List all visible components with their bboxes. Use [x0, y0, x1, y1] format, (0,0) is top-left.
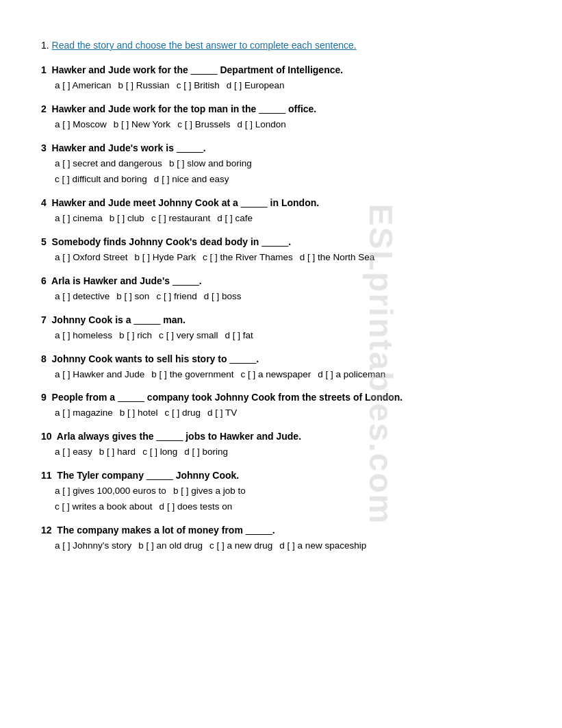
question-text: 9 People from a _____ company took Johnn… [41, 392, 521, 403]
option: a [ ] cinema [55, 211, 103, 227]
option: d [ ] London [237, 117, 285, 133]
question-block: 4 Hawker and Jude meet Johnny Cook at a … [41, 197, 521, 227]
instruction-link[interactable]: Read the story and choose the best answe… [52, 40, 357, 51]
option: d [ ] boss [204, 289, 242, 305]
options-multiline: a [ ] secret and dangerousb [ ] slow and… [55, 156, 521, 188]
option: a [ ] Oxford Street [55, 250, 128, 266]
question-block: 11 The Tyler company _____ Johnny Cook.a… [41, 470, 521, 515]
option: a [ ] gives 100,000 euros to [55, 484, 166, 499]
option: a [ ] American [55, 78, 112, 94]
options-line: a [ ] easyb [ ] hardc [ ] longd [ ] bori… [55, 444, 521, 460]
question-text: 2 Hawker and Jude work for the top man i… [41, 103, 521, 114]
question-block: 3 Hawker and Jude's work is _____.a [ ] … [41, 142, 521, 188]
option: c [ ] difficult and boring [55, 172, 147, 188]
option: b [ ] gives a job to [173, 484, 246, 499]
option: c [ ] friend [156, 289, 196, 305]
options-multiline: a [ ] gives 100,000 euros tob [ ] gives … [55, 484, 521, 515]
question-text: 11 The Tyler company _____ Johnny Cook. [41, 470, 521, 481]
options-line: a [ ] detectiveb [ ] sonc [ ] friendd [ … [55, 289, 521, 305]
option: d [ ] a policeman [318, 367, 385, 383]
instruction: 1. Read the story and choose the best an… [41, 40, 521, 51]
option: c [ ] very small [159, 328, 218, 344]
option: b [ ] slow and boring [169, 156, 252, 172]
options-line: a [ ] homelessb [ ] richc [ ] very small… [55, 328, 521, 344]
option: b [ ] hard [99, 444, 136, 460]
question-block: 2 Hawker and Jude work for the top man i… [41, 103, 521, 133]
option: c [ ] writes a book about [55, 499, 153, 515]
option: a [ ] Johnny's story [55, 538, 131, 554]
option: a [ ] detective [55, 289, 110, 305]
question-text: 3 Hawker and Jude's work is _____. [41, 142, 521, 153]
option: b [ ] the government [151, 367, 233, 383]
option: a [ ] magazine [55, 405, 113, 421]
question-block: 9 People from a _____ company took Johnn… [41, 392, 521, 421]
option: c [ ] British [177, 78, 220, 94]
question-block: 7 Johnny Cook is a _____ man.a [ ] homel… [41, 314, 521, 344]
option: c [ ] the River Thames [203, 250, 293, 266]
option: d [ ] boring [184, 444, 228, 460]
option: c [ ] drug [164, 405, 201, 421]
option: d [ ] cafe [217, 211, 253, 227]
option: d [ ] nice and easy [154, 172, 229, 188]
option: b [ ] club [110, 211, 144, 227]
option: b [ ] Hyde Park [135, 250, 196, 266]
question-text: 7 Johnny Cook is a _____ man. [41, 314, 521, 325]
question-block: 10 Arla always gives the _____ jobs to H… [41, 431, 521, 460]
option: c [ ] long [142, 444, 177, 460]
question-block: 12 The company makes a lot of money from… [41, 525, 521, 554]
options-line: a [ ] Oxford Streetb [ ] Hyde Parkc [ ] … [55, 250, 521, 266]
option: a [ ] secret and dangerous [55, 156, 162, 172]
option: d [ ] a new spaceship [279, 538, 366, 554]
option: b [ ] rich [119, 328, 152, 344]
option: c [ ] a new drug [209, 538, 272, 554]
option: b [ ] hotel [120, 405, 158, 421]
question-text: 6 Arla is Hawker and Jude's _____. [41, 275, 521, 286]
question-text: 1 Hawker and Jude work for the _____ Dep… [41, 64, 521, 75]
option: b [ ] an old drug [138, 538, 203, 554]
options-line: a [ ] Moscowb [ ] New Yorkc [ ] Brussels… [55, 117, 521, 133]
option: a [ ] Moscow [55, 117, 107, 133]
option: a [ ] Hawker and Jude [55, 367, 144, 383]
option: d [ ] TV [207, 405, 237, 421]
question-text: 4 Hawker and Jude meet Johnny Cook at a … [41, 197, 521, 208]
option: d [ ] fat [225, 328, 253, 344]
options-line: a [ ] cinemab [ ] clubc [ ] restaurantd … [55, 211, 521, 227]
option: d [ ] does tests on [159, 499, 233, 515]
option: a [ ] easy [55, 444, 92, 460]
option: c [ ] a newspaper [240, 367, 311, 383]
option: d [ ] the North Sea [300, 250, 375, 266]
question-text: 8 Johnny Cook wants to sell his story to… [41, 353, 521, 364]
instruction-number: 1. [41, 40, 52, 51]
option: b [ ] New York [114, 117, 170, 133]
question-text: 10 Arla always gives the _____ jobs to H… [41, 431, 521, 442]
option: b [ ] son [116, 289, 149, 305]
options-line: a [ ] Hawker and Judeb [ ] the governmen… [55, 367, 521, 383]
options-line: a [ ] Americanb [ ] Russianc [ ] British… [55, 78, 521, 94]
questions-container: 1 Hawker and Jude work for the _____ Dep… [41, 64, 521, 554]
question-text: 12 The company makes a lot of money from… [41, 525, 521, 536]
question-block: 6 Arla is Hawker and Jude's _____.a [ ] … [41, 275, 521, 305]
option: c [ ] Brussels [177, 117, 230, 133]
question-text: 5 Somebody finds Johnny Cook's dead body… [41, 236, 521, 247]
option: a [ ] homeless [55, 328, 112, 344]
option: c [ ] restaurant [151, 211, 210, 227]
option: b [ ] Russian [118, 78, 170, 94]
option: d [ ] European [227, 78, 285, 94]
question-block: 8 Johnny Cook wants to sell his story to… [41, 353, 521, 383]
options-line: a [ ] magazineb [ ] hotelc [ ] drugd [ ]… [55, 405, 521, 421]
question-block: 5 Somebody finds Johnny Cook's dead body… [41, 236, 521, 266]
question-block: 1 Hawker and Jude work for the _____ Dep… [41, 64, 521, 94]
options-line: a [ ] Johnny's storyb [ ] an old drugc [… [55, 538, 521, 554]
